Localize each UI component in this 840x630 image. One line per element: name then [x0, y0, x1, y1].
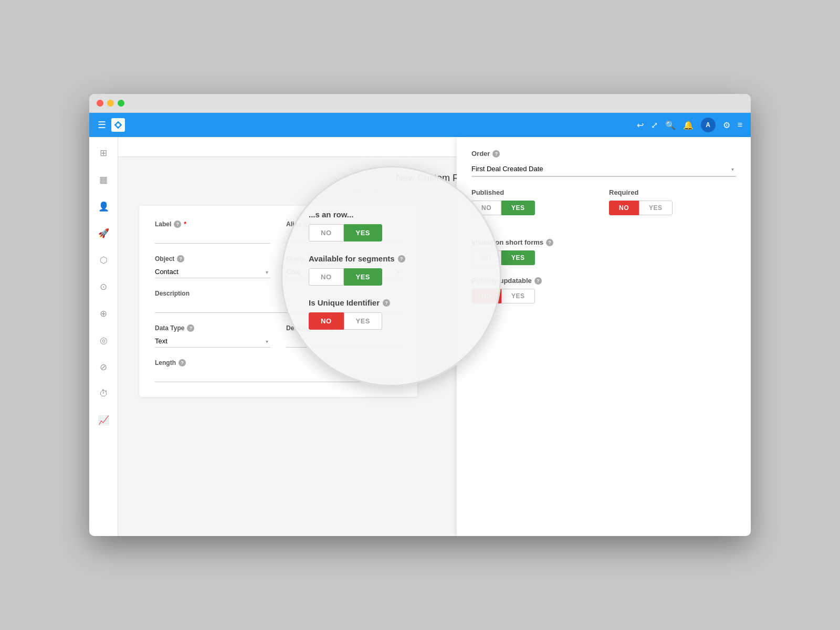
required-toggle: NO YES [609, 201, 736, 215]
required-no-button[interactable]: NO [609, 201, 639, 215]
zoom-unique-section: Is Unique Identifier ? NO YES [309, 298, 474, 330]
sidebar-integrations-icon[interactable]: ⊕ [97, 305, 110, 322]
published-yes-button[interactable]: YES [501, 201, 535, 215]
zoom-unique-toggle: NO YES [309, 312, 474, 330]
app-body: ⊞ ▦ 👤 🚀 ⬡ ⊙ ⊕ ◎ ⊘ ⏱ 📈 × CANCEL ⊟ SAVE & … [89, 137, 751, 536]
datatype-label: Data Type ? [155, 324, 270, 332]
published-toggle: NO YES [471, 201, 598, 215]
maximize-button[interactable] [118, 100, 124, 107]
zoom-published-section: ...s an row... NO YES [309, 210, 474, 242]
required-star: * [184, 220, 186, 228]
zoom-unique-help-icon[interactable]: ? [383, 299, 390, 307]
object-group: Object ? Contact ▾ [155, 255, 270, 278]
sidebar-contacts-icon[interactable]: 👤 [95, 198, 112, 215]
zoom-published-no-button[interactable]: NO [309, 224, 344, 242]
sidebar: ⊞ ▦ 👤 🚀 ⬡ ⊙ ⊕ ◎ ⊘ ⏱ 📈 [89, 137, 118, 536]
publicly-section: Publicly updatable ? NO YES [471, 277, 736, 303]
zoom-unique-yes-button[interactable]: YES [344, 312, 383, 330]
zoom-segments-no-button[interactable]: NO [309, 268, 344, 286]
zoom-overlay: ...s an row... NO YES Available for segm… [281, 166, 501, 386]
visible-help-icon[interactable]: ? [546, 239, 553, 246]
sidebar-analytics-icon[interactable]: 📈 [95, 412, 112, 429]
required-section: Required NO YES [609, 188, 736, 215]
minimize-button[interactable] [107, 100, 114, 107]
zoom-unique-label: Is Unique Identifier ? [309, 298, 474, 307]
main-content: × CANCEL ⊟ SAVE & CLOSE ✓ APPLY New Cust… [118, 137, 751, 536]
zoom-segments-label: Available for segments ? [309, 254, 474, 263]
zoom-segments-yes-button[interactable]: YES [344, 268, 383, 286]
publicly-toggle: NO YES [471, 289, 736, 303]
expand-icon[interactable]: ⤢ [651, 120, 658, 130]
publicly-help-icon[interactable]: ? [534, 277, 542, 285]
sidebar-history-icon[interactable]: ⏱ [96, 385, 111, 402]
back-icon[interactable]: ↩ [637, 120, 644, 130]
published-section: Published NO YES [471, 188, 598, 215]
sidebar-campaigns-icon[interactable]: 🚀 [95, 225, 112, 242]
published-label: Published [471, 188, 598, 196]
notification-icon[interactable]: 🔔 [683, 120, 694, 130]
object-help-icon[interactable]: ? [177, 255, 184, 262]
publicly-label: Publicly updatable ? [471, 277, 736, 285]
app-header: ☰ ↩ ⤢ 🔍 🔔 A ⚙ ≡ [89, 113, 751, 137]
svg-point-0 [117, 123, 120, 127]
zoom-published-yes-button[interactable]: YES [344, 224, 383, 242]
length-help-icon[interactable]: ? [178, 359, 186, 366]
visible-toggle: NO YES [471, 250, 736, 265]
sidebar-blocked-icon[interactable]: ⊘ [97, 359, 110, 376]
hamburger-icon[interactable]: ☰ [98, 119, 106, 131]
search-icon[interactable]: 🔍 [665, 120, 676, 130]
object-field-label: Object ? [155, 255, 270, 262]
zoom-segments-help-icon[interactable]: ? [398, 255, 405, 262]
mac-window: ☰ ↩ ⤢ 🔍 🔔 A ⚙ ≡ ⊞ ▦ 👤 🚀 ⬡ ⊙ ⊕ ◎ ⊘ ⏱ [89, 94, 751, 536]
label-help-icon[interactable]: ? [174, 220, 181, 228]
menu-icon[interactable]: ≡ [738, 120, 742, 130]
order-section: Order ? First Deal Created Date ▾ [471, 150, 736, 177]
order-select-wrapper: First Deal Created Date ▾ [471, 162, 736, 177]
publicly-yes-button[interactable]: YES [501, 289, 535, 303]
zoom-segments-section: Available for segments ? NO YES [309, 254, 474, 286]
visible-section: Visible on short forms ? NO YES [471, 238, 736, 265]
required-label: Required [609, 188, 736, 196]
header-left: ☰ [98, 118, 125, 132]
sidebar-reports-icon[interactable]: ⊙ [97, 278, 110, 296]
mac-titlebar [89, 94, 751, 113]
right-panel: Order ? First Deal Created Date ▾ Publis… [457, 137, 751, 536]
datatype-select-wrapper: Text ▾ [155, 335, 270, 348]
settings-icon[interactable]: ⚙ [723, 120, 730, 130]
label-group: Label ? * [155, 220, 270, 244]
required-yes-button[interactable]: YES [639, 201, 673, 215]
order-help-icon[interactable]: ? [492, 150, 500, 158]
header-right: ↩ ⤢ 🔍 🔔 A ⚙ ≡ [637, 118, 742, 132]
avatar[interactable]: A [701, 118, 716, 132]
object-select-wrapper: Contact ▾ [155, 266, 270, 278]
sidebar-dashboard-icon[interactable]: ⊞ [97, 144, 110, 162]
app-logo [111, 118, 125, 132]
visible-label: Visible on short forms ? [471, 238, 736, 246]
order-label: Order ? [471, 150, 736, 158]
label-field-label: Label ? * [155, 220, 270, 228]
sidebar-calendar-icon[interactable]: ▦ [96, 171, 111, 188]
zoom-unique-no-button[interactable]: NO [309, 312, 344, 330]
close-button[interactable] [97, 100, 103, 107]
object-select[interactable]: Contact [155, 266, 270, 278]
sidebar-segments-icon[interactable]: ⬡ [97, 251, 111, 269]
zoom-segments-toggle: NO YES [309, 268, 474, 286]
zoom-published-toggle: NO YES [309, 224, 474, 242]
datatype-select[interactable]: Text [155, 335, 270, 347]
visible-yes-button[interactable]: YES [501, 250, 535, 265]
datatype-group: Data Type ? Text ▾ [155, 324, 270, 348]
sidebar-goals-icon[interactable]: ◎ [97, 332, 111, 349]
order-select[interactable]: First Deal Created Date [471, 162, 736, 176]
zoom-content: ...s an row... NO YES Available for segm… [282, 167, 500, 385]
label-input[interactable] [155, 231, 270, 244]
published-required-row: Published NO YES Required NO YES [471, 188, 736, 227]
zoom-published-label: ...s an row... [309, 210, 474, 219]
datatype-help-icon[interactable]: ? [187, 324, 194, 332]
